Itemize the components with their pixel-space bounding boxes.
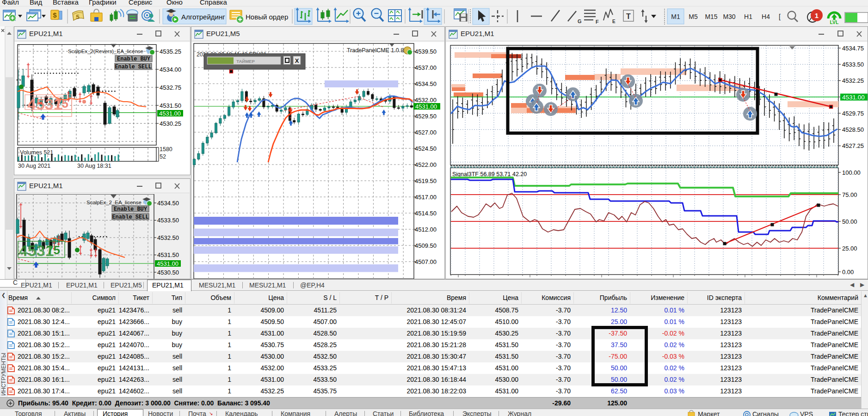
svg-text:4534.50: 4534.50 — [415, 80, 437, 87]
svg-text:0.00: 0.00 — [842, 269, 854, 275]
svg-text:4530.50: 4530.50 — [157, 269, 179, 276]
svg-text:4529.75: 4529.75 — [842, 110, 864, 117]
svg-text:4524.50: 4524.50 — [415, 145, 437, 152]
svg-text:ТАЙМЕР: ТАЙМЕР — [236, 59, 255, 64]
svg-text:4534.75: 4534.75 — [842, 45, 864, 52]
svg-text:4531.00: 4531.00 — [842, 94, 865, 101]
svg-text:4532.50: 4532.50 — [157, 234, 179, 241]
svg-text:4533.50: 4533.50 — [157, 217, 179, 224]
svg-text:1580: 1580 — [160, 146, 172, 153]
svg-text:Сигналы: Сигналы — [752, 410, 779, 416]
svg-text:4531.00: 4531.00 — [157, 260, 179, 267]
svg-text:Enable SELL: Enable SELL — [115, 64, 151, 70]
svg-text:4530.25: 4530.25 — [160, 120, 181, 127]
svg-text:4527.25: 4527.25 — [842, 142, 864, 149]
svg-text:X: X — [295, 57, 299, 64]
svg-text:4531.00: 4531.00 — [159, 110, 181, 117]
svg-text:ScalpEx_2_EA_license: ScalpEx_2_EA_license — [86, 200, 142, 205]
svg-text:4537.00: 4537.00 — [415, 64, 437, 71]
svg-text:M15: M15 — [705, 13, 717, 20]
svg-text:4531.00: 4531.00 — [415, 103, 437, 110]
svg-text:Новый ордер: Новый ордер — [246, 13, 288, 21]
svg-text:Маркет: Маркет — [698, 410, 720, 416]
svg-text:Enable BUY: Enable BUY — [114, 206, 148, 213]
svg-text:4527.00: 4527.00 — [415, 129, 437, 136]
svg-text:4517.00: 4517.00 — [415, 194, 437, 201]
svg-text:4531.50: 4531.50 — [157, 251, 179, 258]
svg-text:LVL: LVL — [830, 19, 839, 25]
svg-text:50.00: 50.00 — [842, 218, 857, 225]
svg-text:4528.50: 4528.50 — [842, 126, 864, 133]
svg-text:4535.25: 4535.25 — [160, 48, 181, 55]
svg-text:4514.50: 4514.50 — [415, 210, 437, 217]
svg-text:4532.25: 4532.25 — [842, 77, 864, 84]
svg-text:75: 75 — [47, 243, 60, 257]
svg-text:4539.50: 4539.50 — [415, 48, 437, 55]
svg-text:VPS: VPS — [800, 410, 813, 416]
svg-text:4529.50: 4529.50 — [415, 113, 437, 120]
svg-text:25.00: 25.00 — [842, 245, 857, 252]
svg-text:5: 5 — [76, 13, 79, 20]
svg-text:100.00: 100.00 — [842, 169, 861, 176]
svg-text:M30: M30 — [723, 13, 735, 20]
svg-text:$: $ — [53, 11, 57, 19]
svg-text:Enable SELL: Enable SELL — [112, 214, 148, 220]
svg-text:[: [ — [779, 13, 781, 20]
svg-text:Enable BUY: Enable BUY — [117, 56, 151, 62]
svg-text:75: 75 — [55, 97, 68, 110]
svg-text:H4: H4 — [762, 13, 770, 20]
svg-text:1: 1 — [815, 12, 819, 19]
svg-text:ScalpEx_2(Revers)_EA_license: ScalpEx_2(Revers)_EA_license — [68, 49, 143, 54]
svg-text:Volumes 521: Volumes 521 — [20, 149, 53, 156]
svg-text:4519.50: 4519.50 — [415, 177, 437, 184]
svg-text:ИНСТРУМЕНТЫ: ИНСТРУМЕНТЫ — [0, 353, 7, 396]
svg-text:4534.50: 4534.50 — [157, 200, 179, 207]
svg-text:4512.00: 4512.00 — [415, 226, 437, 233]
svg-text:75.00: 75.00 — [842, 191, 857, 198]
svg-text:TradePanelCME 1.0.8: TradePanelCME 1.0.8 — [347, 47, 404, 54]
svg-text:4507.00: 4507.00 — [415, 258, 437, 265]
svg-text:T: T — [626, 12, 631, 20]
svg-text:4534.00: 4534.00 — [160, 66, 181, 73]
svg-text:30 Aug 18:31: 30 Aug 18:31 — [77, 163, 111, 169]
svg-text:4532.00: 4532.00 — [415, 97, 437, 104]
svg-text:4509.50: 4509.50 — [415, 242, 437, 249]
svg-text:G: G — [578, 18, 582, 24]
svg-text:Алготрейдинг: Алготрейдинг — [181, 13, 225, 21]
svg-text:4531.50: 4531.50 — [160, 102, 181, 109]
svg-text:M1: M1 — [671, 13, 680, 20]
svg-text:4532.75: 4532.75 — [160, 84, 181, 91]
svg-text:H1: H1 — [744, 13, 752, 20]
svg-text:52: 52 — [160, 153, 166, 160]
svg-text:M5: M5 — [689, 13, 698, 20]
svg-text:Тестер стратегий: Тестер стратегий — [838, 410, 868, 416]
svg-text:30 Aug 2021: 30 Aug 2021 — [18, 163, 50, 169]
svg-text:Signal3TF 56.89 53.71 42.20: Signal3TF 56.89 53.71 42.20 — [452, 171, 527, 177]
svg-text:E: E — [612, 19, 616, 24]
svg-text:F: F — [596, 19, 599, 24]
svg-text:4522.00: 4522.00 — [415, 161, 437, 168]
svg-text:4533.50: 4533.50 — [842, 61, 864, 68]
